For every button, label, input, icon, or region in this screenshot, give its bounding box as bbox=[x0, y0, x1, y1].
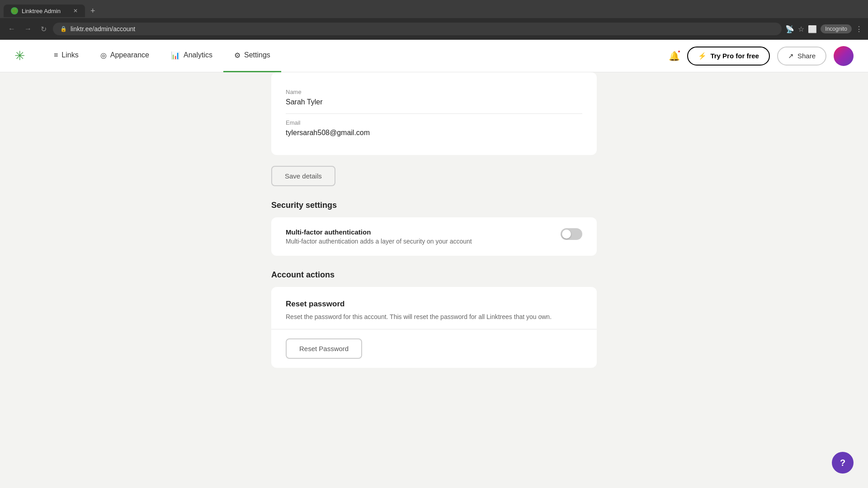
menu-icon[interactable]: ⋮ bbox=[855, 25, 863, 33]
appearance-icon: ◎ bbox=[100, 51, 107, 60]
reset-password-card: Reset password Reset the password for th… bbox=[271, 287, 597, 334]
email-label: Email bbox=[286, 119, 582, 126]
new-tab-button[interactable]: + bbox=[87, 6, 99, 16]
analytics-label: Analytics bbox=[184, 51, 212, 59]
browser-actions: 📡 ☆ ⬜ Incognito ⋮ bbox=[785, 24, 863, 33]
notification-dot bbox=[677, 50, 681, 53]
tab-close-button[interactable]: ✕ bbox=[73, 8, 78, 14]
url-text: linktr.ee/admin/account bbox=[71, 25, 135, 33]
account-actions-section-title: Account actions bbox=[271, 270, 597, 280]
reset-password-btn-container: Reset Password bbox=[271, 329, 597, 368]
email-field-group: Email tylersarah508@gmail.com bbox=[286, 114, 582, 144]
links-label: Links bbox=[61, 51, 78, 59]
lock-icon: 🔒 bbox=[60, 26, 67, 32]
security-section-title: Security settings bbox=[271, 201, 597, 210]
security-card: Multi-factor authentication Multi-factor… bbox=[271, 217, 597, 256]
logo[interactable]: ✳ bbox=[14, 48, 25, 63]
address-bar[interactable]: 🔒 linktr.ee/admin/account bbox=[53, 23, 782, 35]
share-button[interactable]: ↗ Share bbox=[777, 47, 826, 66]
name-field-group: Name Sarah Tyler bbox=[286, 83, 582, 114]
settings-icon: ⚙ bbox=[234, 51, 241, 60]
reset-password-desc: Reset the password for this account. Thi… bbox=[286, 312, 582, 322]
help-button[interactable]: ? bbox=[832, 452, 854, 474]
save-details-button[interactable]: Save details bbox=[271, 166, 335, 186]
try-pro-label: Try Pro for free bbox=[710, 52, 759, 60]
main-content: Name Sarah Tyler Email tylersarah508@gma… bbox=[262, 72, 606, 395]
nav-links: ≡ Links ◎ Appearance 📊 Analytics ⚙ Setti… bbox=[43, 40, 669, 72]
nav-links-link[interactable]: ≡ Links bbox=[43, 40, 90, 72]
analytics-icon: 📊 bbox=[171, 51, 180, 60]
name-value[interactable]: Sarah Tyler bbox=[286, 98, 582, 108]
mfa-row: Multi-factor authentication Multi-factor… bbox=[286, 228, 582, 245]
try-pro-button[interactable]: ⚡ Try Pro for free bbox=[687, 47, 770, 66]
refresh-button[interactable]: ↻ bbox=[38, 23, 49, 35]
settings-label: Settings bbox=[244, 51, 270, 59]
links-icon: ≡ bbox=[54, 51, 58, 59]
mfa-toggle[interactable] bbox=[561, 228, 582, 240]
tab-title: Linktree Admin bbox=[22, 8, 61, 14]
share-icon: ↗ bbox=[788, 52, 794, 60]
email-value[interactable]: tylersarah508@gmail.com bbox=[286, 129, 582, 139]
forward-button[interactable]: → bbox=[22, 23, 34, 35]
nav-settings-link[interactable]: ⚙ Settings bbox=[223, 40, 281, 72]
toggle-knob bbox=[562, 230, 571, 239]
nav-appearance-link[interactable]: ◎ Appearance bbox=[90, 40, 160, 72]
profile-form-card: Name Sarah Tyler Email tylersarah508@gma… bbox=[271, 72, 597, 155]
nav-analytics-link[interactable]: 📊 Analytics bbox=[160, 40, 223, 72]
cast-icon[interactable]: 📡 bbox=[785, 25, 794, 33]
nav-right: 🔔 ⚡ Try Pro for free ↗ Share bbox=[669, 46, 854, 66]
mfa-title: Multi-factor authentication bbox=[286, 228, 472, 236]
mfa-desc: Multi-factor authentication adds a layer… bbox=[286, 238, 472, 245]
mfa-text: Multi-factor authentication Multi-factor… bbox=[286, 228, 472, 245]
tab-favicon: 🌿 bbox=[11, 7, 18, 14]
reset-password-button[interactable]: Reset Password bbox=[286, 338, 362, 359]
name-label: Name bbox=[286, 89, 582, 95]
avatar[interactable] bbox=[834, 46, 854, 66]
top-nav: ✳ ≡ Links ◎ Appearance 📊 Analytics ⚙ Set… bbox=[0, 40, 868, 72]
share-label: Share bbox=[797, 52, 816, 60]
active-tab[interactable]: 🌿 Linktree Admin ✕ bbox=[4, 5, 85, 17]
incognito-badge: Incognito bbox=[821, 24, 852, 33]
bolt-icon: ⚡ bbox=[698, 52, 707, 60]
back-button[interactable]: ← bbox=[5, 23, 18, 35]
bookmark-icon[interactable]: ☆ bbox=[798, 25, 804, 33]
appearance-label: Appearance bbox=[110, 51, 149, 59]
sidebar-icon[interactable]: ⬜ bbox=[808, 25, 817, 33]
reset-password-title: Reset password bbox=[286, 300, 582, 309]
notification-button[interactable]: 🔔 bbox=[669, 51, 680, 61]
